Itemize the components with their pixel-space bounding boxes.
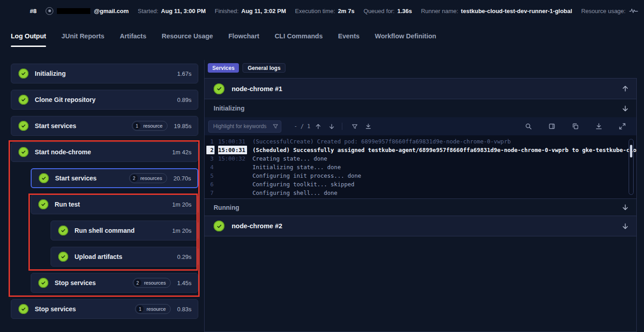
execution-header: #8 @gmail.com Started: Aug 11, 3:00 PM F… (0, 0, 644, 22)
step-label: Clone Git repository (35, 96, 96, 103)
step-start-node-chrome[interactable]: Start node-chrome 1m 42s (11, 142, 198, 162)
badge-count: 1 (136, 305, 144, 313)
filter-icon[interactable] (349, 120, 360, 132)
check-success-icon (38, 278, 48, 288)
finished-field: Finished: Aug 11, 3:02 PM (215, 8, 286, 14)
worker-title: node-chrome #2 (232, 222, 282, 230)
user-email: @gmail.com (94, 8, 129, 14)
runner-name-value: testkube-cloud-test-dev-runner-1-global (461, 8, 572, 14)
log-line: 6 Configuring toolkit... skipped (206, 180, 636, 189)
resource-usage-label: Resource usage: (581, 8, 625, 14)
step-label: Start node-chrome (35, 148, 91, 156)
user-info: @gmail.com (46, 7, 129, 15)
keyword-filter (208, 120, 281, 133)
step-stop-services-nested[interactable]: Stop services 2 resources 1.45s (31, 273, 198, 293)
queued-value: 1.36s (397, 8, 412, 14)
step-run-shell-command[interactable]: Run shell command 1m 20s (51, 221, 198, 240)
tab-resource-usage[interactable]: Resource Usage (162, 32, 213, 47)
badge-label: resource (143, 123, 163, 129)
line-timestamp: 15:00:31 (218, 137, 247, 146)
download-icon[interactable] (593, 120, 605, 132)
step-duration: 0.29s (177, 254, 191, 260)
resource-usage-sparkline-icon (629, 8, 638, 14)
log-line: 7 Configuring shell... done (206, 189, 636, 197)
log-line: 1 15:00:31 (SuccessfulCreate) Created po… (206, 137, 636, 146)
pill-label: Services (212, 65, 234, 71)
step-label: Initializing (35, 70, 65, 77)
step-duration: 0.89s (177, 97, 191, 103)
worker-header-node-chrome-2[interactable]: node-chrome #2 (205, 216, 636, 236)
expand-arrow-down-icon (621, 105, 629, 112)
execution-number: #8 (30, 8, 37, 14)
prev-match-arrow-up-icon[interactable] (312, 120, 324, 132)
tab-artifacts[interactable]: Artifacts (120, 32, 146, 47)
badge-count: 2 (134, 279, 141, 286)
fullscreen-icon[interactable] (616, 120, 628, 132)
tab-label: JUnit Reports (61, 32, 104, 40)
line-message: Initializing state... done (252, 163, 341, 171)
line-timestamp (218, 180, 247, 189)
queued-field: Queued for: 1.36s (364, 8, 412, 14)
line-message: (Scheduled) Successfully assigned testku… (252, 146, 636, 154)
log-panel: node-chrome #1 Initializing - / 1 (204, 78, 637, 332)
tab-label: Log Output (11, 32, 46, 40)
check-success-icon (214, 83, 224, 94)
started-field: Started: Aug 11, 3:00 PM (138, 8, 206, 14)
step-initializing[interactable]: Initializing 1.67s (11, 64, 198, 83)
filter-funnel-icon[interactable] (272, 123, 279, 131)
log-line: 5 Configuring init process... done (206, 171, 636, 180)
step-upload-artifacts[interactable]: Upload artifacts 0.29s (51, 247, 198, 267)
step-start-services-outer[interactable]: Start services 1 resource 19.85s (11, 116, 198, 136)
line-timestamp: 15:00:32 (218, 154, 247, 163)
scroll-to-bottom-icon[interactable] (362, 120, 374, 132)
line-message: Creating state... done (252, 154, 327, 163)
line-number: 6 (206, 180, 215, 189)
worker-header-node-chrome-1[interactable]: node-chrome #1 (205, 78, 636, 99)
resource-count-badge: 1 resource (135, 304, 171, 314)
log-scrollbar[interactable] (629, 139, 634, 195)
badge-label: resources (140, 175, 162, 181)
step-clone-git-repository[interactable]: Clone Git repository 0.89s (11, 90, 198, 110)
tab-workflow-definition[interactable]: Workflow Definition (375, 32, 436, 47)
pill-label: General logs (247, 65, 280, 71)
tab-junit-reports[interactable]: JUnit Reports (61, 32, 104, 47)
badge-count: 1 (133, 122, 140, 129)
copy-icon[interactable] (569, 120, 581, 132)
log-scrollbar-thumb[interactable] (630, 145, 632, 157)
tab-log-output[interactable]: Log Output (11, 32, 46, 47)
next-match-arrow-down-icon[interactable] (326, 120, 337, 132)
step-stop-services-outer[interactable]: Stop services 1 resource 0.83s (11, 299, 198, 319)
section-running[interactable]: Running (205, 198, 636, 216)
search-icon[interactable] (523, 120, 534, 132)
pill-general-logs[interactable]: General logs (243, 63, 285, 73)
check-success-icon (19, 95, 28, 105)
step-run-test[interactable]: Run test 1m 20s (31, 194, 198, 214)
step-label: Run test (55, 201, 80, 208)
section-title: Running (214, 204, 239, 211)
step-label: Run shell command (75, 227, 135, 234)
check-success-icon (214, 221, 224, 231)
line-number: 1 (206, 137, 215, 146)
highlight-keywords-input[interactable] (208, 120, 281, 133)
tab-cli-commands[interactable]: CLI Commands (275, 32, 322, 47)
runner-name-label: Runner name: (421, 8, 458, 14)
toolbar-separator (342, 123, 342, 130)
badge-count: 2 (131, 175, 138, 182)
log-line-highlighted: 2 15:00:31 (Scheduled) Successfully assi… (206, 146, 636, 154)
pill-services[interactable]: Services (208, 63, 239, 73)
line-message: Configuring shell... done (252, 189, 337, 197)
tab-flowchart[interactable]: Flowchart (229, 32, 259, 47)
runner-name-field: Runner name: testkube-cloud-test-dev-run… (421, 8, 572, 14)
execution-time-value: 2m 7s (338, 8, 355, 14)
step-label: Start services (35, 122, 76, 129)
execution-time-field: Execution time: 2m 7s (295, 8, 355, 14)
line-number: 2 (206, 146, 215, 154)
line-message: Configuring init process... done (252, 171, 361, 180)
tab-events[interactable]: Events (338, 32, 359, 47)
step-start-services-nested[interactable]: Start services 2 resources 20.70s (31, 168, 198, 188)
execution-time-label: Execution time: (295, 8, 335, 14)
section-initializing[interactable]: Initializing (205, 99, 636, 117)
follow-logs-icon[interactable] (546, 120, 558, 132)
log-line: 3 15:00:32 Creating state... done (206, 154, 636, 163)
user-avatar-icon (46, 7, 53, 15)
